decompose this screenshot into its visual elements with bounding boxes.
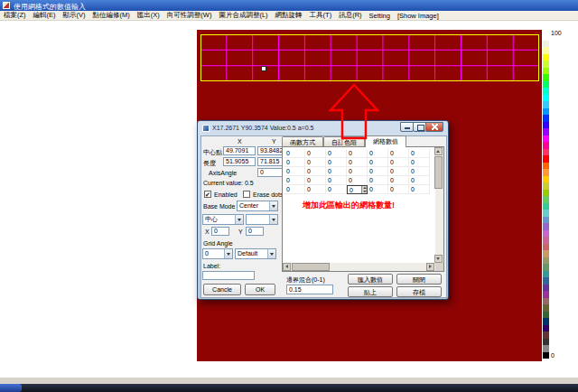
grid-cell[interactable]: 0 bbox=[347, 185, 368, 194]
palette-color[interactable] bbox=[543, 257, 549, 265]
menu-item[interactable]: 檔案(Z) bbox=[0, 11, 30, 20]
palette-color[interactable] bbox=[543, 81, 549, 89]
x-offset-field[interactable]: 0 bbox=[211, 227, 229, 236]
horizontal-scrollbar[interactable] bbox=[283, 263, 435, 271]
grid-angle-mode-combo[interactable]: Default bbox=[235, 248, 276, 259]
menu-item[interactable]: [Show Image] bbox=[394, 12, 443, 20]
length-x-field[interactable]: 51.9055 bbox=[223, 157, 256, 166]
palette-color[interactable] bbox=[543, 149, 549, 156]
palette-color[interactable] bbox=[543, 203, 549, 210]
chevron-down-icon[interactable] bbox=[269, 215, 277, 224]
palette-color[interactable] bbox=[543, 108, 549, 116]
palette-color[interactable] bbox=[543, 122, 549, 129]
palette-color[interactable] bbox=[543, 291, 549, 298]
grid-cell[interactable]: 0 bbox=[368, 167, 388, 176]
menu-item[interactable]: 編輯(E) bbox=[30, 11, 60, 20]
grid-cell[interactable]: 0 bbox=[305, 185, 326, 194]
grid-cell[interactable]: 0 bbox=[347, 149, 368, 158]
grid-cell[interactable]: 0 bbox=[305, 176, 326, 185]
palette-color[interactable] bbox=[543, 271, 549, 278]
menu-item[interactable]: 點位編修(M) bbox=[89, 11, 134, 20]
grid-cell[interactable]: 0 bbox=[368, 185, 388, 194]
anchor-combo[interactable]: 中心 bbox=[202, 214, 244, 225]
taskbar[interactable] bbox=[0, 384, 578, 392]
cell-spinner-icon[interactable] bbox=[361, 186, 367, 193]
scroll-down-icon[interactable] bbox=[434, 255, 443, 263]
palette-color[interactable] bbox=[543, 210, 549, 217]
scroll-right-icon[interactable] bbox=[426, 263, 434, 271]
palette-color[interactable] bbox=[543, 95, 549, 102]
center-x-field[interactable]: 49.7091 bbox=[223, 146, 256, 155]
palette-color[interactable] bbox=[543, 190, 549, 197]
grid-cell[interactable]: 0 bbox=[284, 149, 305, 158]
palette-color[interactable] bbox=[543, 61, 549, 68]
palette-color[interactable] bbox=[543, 298, 549, 305]
close-dialog-button[interactable]: 關閉 bbox=[396, 274, 442, 285]
erase-dots-checkbox[interactable] bbox=[243, 191, 250, 198]
anchor-combo-2[interactable] bbox=[246, 214, 278, 225]
vscroll-thumb[interactable] bbox=[434, 156, 443, 189]
palette-color[interactable] bbox=[543, 47, 549, 54]
palette-color[interactable] bbox=[543, 68, 549, 75]
palette-color[interactable] bbox=[543, 217, 549, 224]
menu-item[interactable]: 圖片合成調整(L) bbox=[215, 11, 271, 20]
grid-cell[interactable]: 0 bbox=[409, 149, 430, 158]
palette-color[interactable] bbox=[543, 88, 549, 95]
grid-cell[interactable]: 0 bbox=[347, 176, 368, 185]
ok-button[interactable]: OK bbox=[245, 284, 275, 295]
grid-cell[interactable]: 0 bbox=[347, 167, 368, 176]
label-field[interactable] bbox=[202, 271, 255, 280]
palette-color[interactable] bbox=[543, 223, 549, 230]
palette-color[interactable] bbox=[543, 264, 549, 271]
palette-color[interactable] bbox=[543, 230, 549, 238]
palette-color[interactable] bbox=[543, 101, 549, 108]
grid-cell[interactable]: 0 bbox=[409, 167, 430, 176]
base-mode-combo[interactable]: Center bbox=[237, 201, 278, 211]
palette-color[interactable] bbox=[543, 345, 549, 352]
grid-cell[interactable]: 0 bbox=[388, 158, 409, 167]
menu-item[interactable]: Setting bbox=[366, 12, 394, 20]
enabled-checkbox[interactable]: ✔ bbox=[204, 191, 211, 198]
palette-color[interactable] bbox=[543, 325, 549, 332]
grid-cell[interactable]: 0 bbox=[284, 158, 305, 167]
palette-color[interactable] bbox=[543, 142, 549, 149]
grid-cell[interactable]: 0 bbox=[409, 185, 430, 194]
grid-cell[interactable]: 0 bbox=[326, 158, 347, 167]
palette-color[interactable] bbox=[543, 250, 549, 257]
grid-cell[interactable]: 0 bbox=[326, 185, 347, 194]
vertical-scrollbar[interactable] bbox=[435, 147, 443, 263]
grid-cell[interactable]: 0 bbox=[368, 176, 388, 185]
scroll-left-icon[interactable] bbox=[283, 263, 291, 271]
chevron-down-icon[interactable] bbox=[267, 249, 275, 258]
hscroll-thumb[interactable] bbox=[292, 263, 330, 271]
palette-color[interactable] bbox=[543, 163, 549, 170]
palette-color[interactable] bbox=[543, 352, 549, 359]
chevron-down-icon[interactable] bbox=[224, 249, 232, 258]
save-button[interactable]: 存檔 bbox=[396, 286, 442, 297]
menu-item[interactable]: 匯出(X) bbox=[134, 11, 163, 20]
palette-color[interactable] bbox=[543, 155, 549, 163]
palette-color[interactable] bbox=[543, 312, 549, 319]
menu-item[interactable]: 網點旋轉 bbox=[272, 11, 306, 20]
menu-item[interactable]: 工具(T) bbox=[306, 11, 336, 20]
grid-cell[interactable]: 0 bbox=[326, 149, 347, 158]
grid-cell[interactable]: 0 bbox=[409, 158, 430, 167]
grid-cell[interactable]: 0 bbox=[388, 176, 409, 185]
menu-item[interactable]: 向可性調整(W) bbox=[163, 11, 216, 20]
grid-cell[interactable]: 0 bbox=[326, 176, 347, 185]
palette-color[interactable] bbox=[543, 244, 549, 251]
menu-item[interactable]: 訊息(R) bbox=[335, 11, 365, 20]
y-offset-field[interactable]: 0 bbox=[246, 227, 264, 236]
grid-angle-combo[interactable]: 0 bbox=[202, 248, 233, 259]
chevron-down-icon[interactable] bbox=[269, 201, 277, 210]
palette-color[interactable] bbox=[543, 33, 549, 41]
palette-color[interactable] bbox=[543, 54, 549, 61]
grid-cell[interactable]: 0 bbox=[388, 185, 409, 194]
tab-1[interactable]: 函數方式 bbox=[282, 136, 323, 146]
palette-color[interactable] bbox=[543, 331, 549, 339]
palette-color[interactable] bbox=[543, 304, 549, 312]
palette-color[interactable] bbox=[543, 237, 549, 244]
grid-cell[interactable]: 0 bbox=[305, 167, 326, 176]
blend-field[interactable]: 0.15 bbox=[286, 285, 333, 294]
grid-cell[interactable]: 0 bbox=[326, 167, 347, 176]
